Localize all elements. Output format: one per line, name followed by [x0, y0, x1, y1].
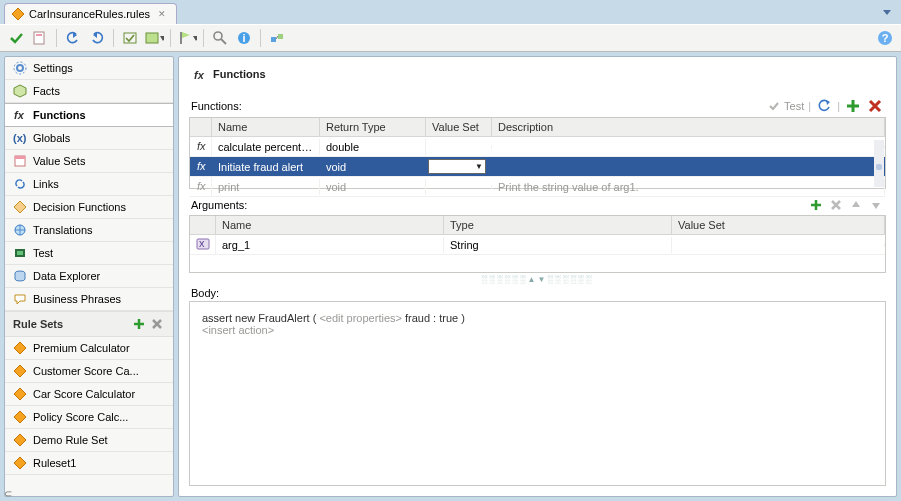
cell-name: arg_1: [216, 237, 444, 253]
body-panel-label: Body:: [191, 287, 219, 299]
ruleset-premium-calculator[interactable]: Premium Calculator: [5, 337, 173, 360]
cell-name: print: [212, 179, 320, 195]
functions-row[interactable]: fx print void Print the string value of …: [190, 177, 885, 197]
functions-panel-label: Functions:: [191, 100, 242, 112]
help-button[interactable]: ?: [875, 28, 895, 48]
ruleset-customer-score[interactable]: Customer Score Ca...: [5, 360, 173, 383]
sidebar-item-globals[interactable]: (x) Globals: [5, 127, 173, 150]
cell-return: void: [320, 159, 426, 175]
svg-marker-23: [14, 85, 26, 97]
fx-icon: fx: [196, 159, 210, 173]
svg-marker-39: [14, 388, 26, 400]
add-ruleset-button[interactable]: [131, 316, 147, 332]
fx-icon: fx: [196, 139, 210, 153]
sidebar-item-decision-functions[interactable]: Decision Functions: [5, 196, 173, 219]
dictionary-settings-button[interactable]: [30, 28, 50, 48]
col-valueset[interactable]: Value Set: [426, 118, 492, 136]
sidebar-item-facts[interactable]: Facts: [5, 80, 173, 103]
svg-marker-0: [12, 8, 24, 20]
fx-icon: fx: [193, 67, 207, 81]
delete-ruleset-button[interactable]: [149, 316, 165, 332]
editor-tab-strip: CarInsuranceRules.rules ✕: [0, 0, 901, 24]
validate-button[interactable]: [6, 28, 26, 48]
svg-text:fx: fx: [194, 69, 205, 81]
test-label: Test: [784, 100, 804, 112]
body-insert-action[interactable]: <insert action>: [202, 324, 873, 336]
tabstrip-dropdown[interactable]: [879, 4, 895, 20]
ruleset-ruleset1[interactable]: Ruleset1: [5, 452, 173, 475]
cell-name: Initiate fraud alert: [212, 159, 320, 175]
flags-dropdown[interactable]: [177, 28, 197, 48]
svg-rect-31: [17, 251, 23, 255]
sidebar-item-test[interactable]: Test: [5, 242, 173, 265]
svg-rect-17: [278, 34, 283, 39]
move-up-button[interactable]: [848, 197, 864, 213]
sidebar-item-valuesets[interactable]: Value Sets: [5, 150, 173, 173]
delete-argument-button[interactable]: [828, 197, 844, 213]
ruleset-policy-score[interactable]: Policy Score Calc...: [5, 406, 173, 429]
functions-row[interactable]: fx Initiate fraud alert void ▼: [190, 157, 885, 177]
cell-return: void: [320, 179, 426, 195]
editor-toolbar: i ?: [0, 24, 901, 52]
rules-file-icon: [11, 7, 25, 21]
ruleset-icon: [13, 456, 27, 470]
cell-valueset: [426, 145, 492, 149]
ruleset-label: Ruleset1: [33, 457, 76, 469]
svg-rect-9: [180, 32, 182, 44]
sidebar-item-label: Links: [33, 178, 59, 190]
undo-button[interactable]: [63, 28, 83, 48]
test-runner-button[interactable]: [267, 28, 287, 48]
body-editor[interactable]: assert new FraudAlert ( <edit properties…: [189, 301, 886, 486]
col-type[interactable]: Type: [444, 216, 672, 234]
editor-tab-label: CarInsuranceRules.rules: [29, 8, 150, 20]
svg-line-18: [276, 36, 278, 39]
editor-tab-carinsurance[interactable]: CarInsuranceRules.rules ✕: [4, 3, 177, 24]
ruleset-demo[interactable]: Demo Rule Set: [5, 429, 173, 452]
close-icon[interactable]: ✕: [158, 9, 166, 19]
body-line-1[interactable]: assert new FraudAlert ( <edit properties…: [202, 312, 873, 324]
add-function-button[interactable]: [844, 97, 862, 115]
arguments-panel: Arguments: Name Type Value Set x: [189, 195, 886, 273]
ruleset-icon: [13, 433, 27, 447]
col-desc[interactable]: Description: [492, 118, 885, 136]
svg-line-13: [221, 39, 226, 44]
arguments-row[interactable]: x arg_1 String: [190, 235, 885, 255]
info-button[interactable]: i: [234, 28, 254, 48]
ruleset-car-score[interactable]: Car Score Calculator: [5, 383, 173, 406]
col-valueset[interactable]: Value Set: [672, 216, 885, 234]
fx-icon: fx: [13, 108, 27, 122]
sidebar-item-links[interactable]: Links: [5, 173, 173, 196]
sidebar-item-translations[interactable]: Translations: [5, 219, 173, 242]
redo-button[interactable]: [87, 28, 107, 48]
verify-button[interactable]: [120, 28, 140, 48]
decision-icon: [13, 200, 27, 214]
valueset-dropdown[interactable]: ▼: [428, 159, 486, 174]
sidebar-item-business-phrases[interactable]: Business Phrases: [5, 288, 173, 311]
test-function-button[interactable]: Test: [767, 99, 804, 113]
splitter-handle[interactable]: ░░░░░░▲▼░░░░░░: [179, 275, 896, 283]
move-down-button[interactable]: [868, 197, 884, 213]
collapse-handle-icon[interactable]: ⊂: [4, 488, 12, 499]
svg-marker-11: [193, 36, 197, 41]
cell-valueset: [672, 243, 885, 247]
sidebar-item-functions[interactable]: fx Functions: [5, 103, 173, 127]
globals-icon: (x): [13, 131, 27, 145]
col-return[interactable]: Return Type: [320, 118, 426, 136]
sidebar-item-settings[interactable]: Settings: [5, 57, 173, 80]
refresh-button[interactable]: [815, 97, 833, 115]
svg-marker-38: [14, 365, 26, 377]
svg-text:i: i: [242, 32, 245, 44]
cell-name: calculate percent po...: [212, 139, 320, 155]
sidebar-item-data-explorer[interactable]: Data Explorer: [5, 265, 173, 288]
find-button[interactable]: [210, 28, 230, 48]
add-argument-button[interactable]: [808, 197, 824, 213]
functions-row[interactable]: fx calculate percent po... double: [190, 137, 885, 157]
functions-grid: Name Return Type Value Set Description f…: [189, 117, 886, 189]
col-name[interactable]: Name: [216, 216, 444, 234]
delete-function-button[interactable]: [866, 97, 884, 115]
ruleset-icon: [13, 387, 27, 401]
functions-scrollbar[interactable]: [874, 140, 884, 187]
create-rule-dropdown[interactable]: [144, 28, 164, 48]
col-name[interactable]: Name: [212, 118, 320, 136]
svg-marker-10: [182, 32, 190, 38]
